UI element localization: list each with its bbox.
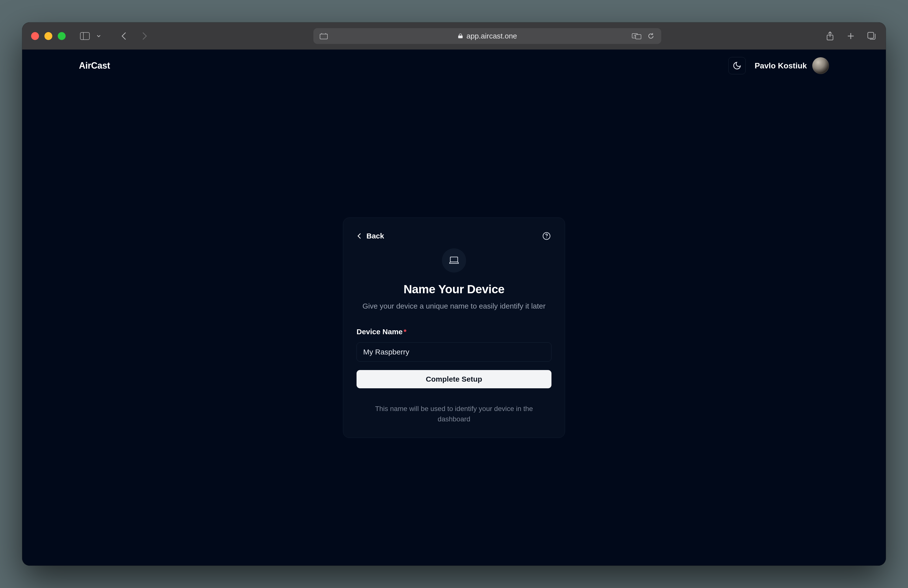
- avatar: [812, 57, 829, 74]
- svg-text:A: A: [634, 34, 636, 37]
- sidebar-icon[interactable]: [79, 31, 90, 42]
- svg-rect-0: [80, 32, 90, 40]
- close-window-button[interactable]: [31, 32, 39, 40]
- theme-toggle-button[interactable]: [728, 57, 745, 74]
- website-settings-icon[interactable]: [318, 31, 329, 42]
- fullscreen-window-button[interactable]: [58, 32, 66, 40]
- toolbar-right: [824, 31, 877, 42]
- svg-rect-16: [450, 257, 458, 262]
- help-circle-icon: [543, 232, 551, 240]
- main-content: Back: [22, 82, 886, 565]
- field-label: Device Name*: [357, 327, 551, 336]
- device-name-input[interactable]: [357, 342, 551, 362]
- new-tab-icon[interactable]: [845, 31, 856, 42]
- field-label-text: Device Name: [357, 327, 402, 336]
- sidebar-toggle-group: [79, 31, 104, 42]
- brand-logo[interactable]: AirCast: [79, 60, 110, 71]
- laptop-icon: [448, 256, 460, 265]
- header-right: Pavlo Kostiuk: [728, 57, 829, 74]
- app-viewport: AirCast Pavlo Kostiuk: [22, 50, 886, 565]
- device-name-form: Device Name* Complete Setup This name wi…: [357, 327, 551, 424]
- minimize-window-button[interactable]: [44, 32, 52, 40]
- svg-point-15: [546, 237, 547, 238]
- chevron-left-icon: [357, 232, 362, 240]
- hint-text: This name will be used to identify your …: [357, 404, 551, 424]
- card-title: Name Your Device: [357, 282, 551, 296]
- svg-rect-13: [868, 32, 874, 38]
- translate-icon[interactable]: A: [631, 31, 642, 42]
- svg-rect-2: [320, 34, 327, 39]
- required-asterisk: *: [404, 327, 407, 336]
- lock-icon: [457, 33, 464, 39]
- moon-icon: [733, 61, 741, 70]
- chevron-down-icon[interactable]: [93, 31, 104, 42]
- complete-setup-button[interactable]: Complete Setup: [357, 370, 551, 388]
- device-icon-bubble: [442, 248, 466, 272]
- browser-window: app.aircast.one A: [22, 23, 886, 565]
- url-display: app.aircast.one: [457, 32, 517, 40]
- browser-toolbar: app.aircast.one A: [22, 23, 886, 50]
- help-button[interactable]: [542, 231, 551, 241]
- app-header: AirCast Pavlo Kostiuk: [22, 50, 886, 82]
- tab-overview-icon[interactable]: [866, 31, 877, 42]
- user-name: Pavlo Kostiuk: [755, 61, 807, 70]
- back-icon[interactable]: [118, 31, 129, 42]
- card-subtitle: Give your device a unique name to easily…: [357, 302, 551, 310]
- card-header-row: Back: [357, 231, 551, 241]
- url-text: app.aircast.one: [466, 32, 517, 40]
- back-label: Back: [366, 232, 384, 240]
- setup-card: Back: [343, 217, 565, 438]
- reload-icon[interactable]: [646, 31, 656, 42]
- user-menu[interactable]: Pavlo Kostiuk: [755, 57, 829, 74]
- nav-buttons: [118, 31, 150, 42]
- address-bar[interactable]: app.aircast.one A: [313, 28, 661, 44]
- address-bar-wrap: app.aircast.one A: [313, 28, 661, 44]
- window-controls: [31, 32, 66, 40]
- back-button[interactable]: Back: [357, 232, 384, 240]
- svg-rect-7: [636, 35, 641, 39]
- share-icon[interactable]: [824, 31, 836, 42]
- forward-icon: [139, 31, 150, 42]
